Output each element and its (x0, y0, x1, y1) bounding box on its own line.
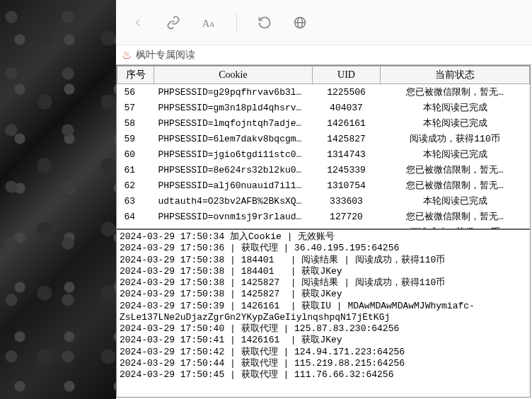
cell-status: 本轮阅读已完成 (381, 100, 530, 115)
table-row[interactable]: 64PHPSESSID=ovnm1sj9r3rlaud…127720您已被微信限… (117, 209, 530, 224)
cell-uid: 1245339 (313, 162, 381, 178)
data-table[interactable]: 序号 Cookie UID 当前状态 56PHPSESSID=g29pqfhrv… (117, 66, 530, 230)
cell-cookie: PHPSESSID=alj60nuauid7il1… (154, 178, 313, 193)
cell-uid: 1225506 (313, 84, 381, 100)
col-cookie[interactable]: Cookie (154, 66, 313, 84)
cell-uid: 127720 (313, 209, 381, 224)
flame-icon: ♨ (122, 48, 132, 62)
table-row[interactable]: 63udtauth4=O23bv2AFB%2BKsXQ…333603本轮阅读已完… (117, 193, 530, 209)
col-status[interactable]: 当前状态 (381, 66, 530, 84)
cell-uid: 1310754 (313, 178, 381, 193)
cell-seq: 56 (117, 84, 154, 100)
cell-status: 您已被微信限制，暂无… (381, 178, 530, 193)
cell-uid: 184401 (313, 224, 381, 230)
cell-seq: 58 (117, 115, 154, 131)
cell-seq: 65 (117, 224, 154, 230)
cell-uid: 404037 (313, 100, 381, 115)
cell-cookie: PHPSESSID=6lem7dakv8bqcgm… (154, 131, 313, 146)
cell-cookie: PHPSESSID=trqnts9pvufmbh3… (154, 224, 313, 230)
cell-uid: 1314743 (313, 146, 381, 162)
cell-cookie: udtauth4=O23bv2AFB%2BKsXQ… (154, 193, 313, 209)
cell-uid: 1425827 (313, 131, 381, 146)
toolbar-separator (236, 13, 237, 32)
cell-cookie: PHPSESSID=ovnm1sj9r3rlaud… (154, 209, 313, 224)
table-row[interactable]: 59PHPSESSID=6lem7dakv8bqcgm…1425827阅读成功，… (117, 131, 530, 146)
cell-status: 本轮阅读已完成 (381, 115, 530, 131)
cell-cookie: PHPSESSID=jgio6tgdi11stc0… (154, 146, 313, 162)
cell-uid: 333603 (313, 193, 381, 209)
col-seq[interactable]: 序号 (117, 66, 154, 84)
table-row[interactable]: 56PHPSESSID=g29pqfhrvav6b3l…1225506您已被微信… (117, 84, 530, 100)
cell-seq: 63 (117, 193, 154, 209)
table-row[interactable]: 61PHPSESSID=8e624rs32bl2ku0…1245339您已被微信… (117, 162, 530, 178)
cell-status: 阅读成功，获得110币 (381, 224, 530, 230)
desktop-wallpaper (0, 0, 116, 399)
cell-uid: 1426161 (313, 115, 381, 131)
cell-seq: 60 (117, 146, 154, 162)
col-uid[interactable]: UID (313, 66, 381, 84)
app-title-bar: ♨ 枫叶专属阅读 (116, 45, 532, 65)
cell-cookie: PHPSESSID=8e624rs32bl2ku0… (154, 162, 313, 178)
cell-seq: 57 (117, 100, 154, 115)
svg-text:A: A (209, 20, 215, 28)
table-row[interactable]: 65PHPSESSID=trqnts9pvufmbh3…184401阅读成功，获… (117, 224, 530, 230)
table-row[interactable]: 62PHPSESSID=alj60nuauid7il1…1310754您已被微信… (117, 178, 530, 193)
table-row[interactable]: 57PHPSESSID=gm3n18pld4qhsrv…404037本轮阅读已完… (117, 100, 530, 115)
globe-icon[interactable] (292, 15, 308, 30)
cell-status: 您已被微信限制，暂无… (381, 84, 530, 100)
link-icon[interactable] (166, 15, 181, 30)
app-title-text: 枫叶专属阅读 (136, 49, 195, 62)
cell-cookie: PHPSESSID=g29pqfhrvav6b3l… (154, 84, 313, 100)
cell-status: 本轮阅读已完成 (381, 193, 530, 209)
cell-seq: 64 (117, 209, 154, 224)
cell-cookie: PHPSESSID=gm3n18pld4qhsrv… (154, 100, 313, 115)
main-panel: 序号 Cookie UID 当前状态 56PHPSESSID=g29pqfhrv… (116, 65, 531, 398)
cell-seq: 61 (117, 162, 154, 178)
cell-status: 您已被微信限制，暂无… (381, 209, 530, 224)
cell-seq: 59 (117, 131, 154, 146)
cell-status: 阅读成功，获得110币 (381, 131, 530, 146)
table-header-row: 序号 Cookie UID 当前状态 (117, 66, 530, 84)
cell-cookie: PHPSESSID=lmqfojntqh7adje… (154, 115, 313, 131)
cell-status: 您已被微信限制，暂无… (381, 162, 530, 178)
table-row[interactable]: 58PHPSESSID=lmqfojntqh7adje…1426161本轮阅读已… (117, 115, 530, 131)
refresh-icon[interactable] (257, 15, 272, 30)
app-window: AA ♨ 枫叶专属阅读 序号 Cookie UID 当前状态 (116, 0, 532, 399)
font-size-icon[interactable]: AA (201, 15, 216, 30)
browser-toolbar: AA (116, 0, 532, 45)
back-icon (130, 15, 146, 30)
table-row[interactable]: 60PHPSESSID=jgio6tgdi11stc0…1314743本轮阅读已… (117, 146, 530, 162)
log-output[interactable]: 2024-03-29 17:50:34 加入Cookie | 无效账号 2024… (117, 230, 530, 397)
cell-seq: 62 (117, 178, 154, 193)
cell-status: 本轮阅读已完成 (381, 146, 530, 162)
